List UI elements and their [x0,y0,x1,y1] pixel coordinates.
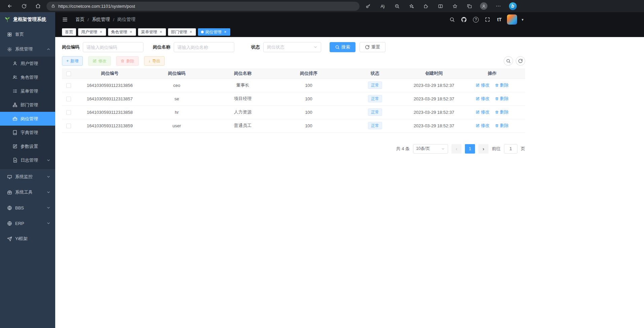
row-delete-link[interactable]: 删除 [495,82,509,88]
github-icon[interactable] [460,15,468,24]
sidebar-item-home[interactable]: 首页 [0,27,55,42]
row-checkbox[interactable] [66,110,71,115]
sidebar-item-roles[interactable]: 角色管理 [0,70,55,84]
lock-icon [51,4,55,8]
profile-avatar-icon[interactable] [478,1,489,11]
delete-button[interactable]: 删除 [116,56,139,66]
collections-icon[interactable] [464,1,475,11]
reset-button[interactable]: 重置 [360,42,385,52]
tab-menu-mgmt[interactable]: 菜单管理 × [138,28,166,36]
sidebar-item-parameters[interactable]: 参数设置 [0,139,55,153]
app-logo[interactable]: 意框架管理系统 [0,12,55,27]
post-name-input[interactable] [174,42,234,52]
download-icon: ↓ [148,59,150,63]
settings-ellipsis-icon[interactable]: ⋯ [493,1,504,11]
breadcrumb-home[interactable]: 首页 [75,17,84,23]
tab-home[interactable]: 首页 [62,28,76,36]
next-page-button[interactable]: › [478,144,488,154]
password-key-icon[interactable] [362,1,374,11]
breadcrumb-separator: / [113,17,114,22]
close-icon[interactable]: × [223,30,227,34]
monitor-icon [7,174,12,179]
zoom-out-icon[interactable] [391,1,403,11]
close-icon[interactable]: × [99,30,103,34]
refresh-icon[interactable] [18,1,30,11]
row-edit-link[interactable]: 修改 [476,82,489,88]
font-size-icon[interactable]: tT [495,15,503,24]
close-icon[interactable]: × [129,30,133,34]
sidebar-item-yi-framework[interactable]: Yi框架 [0,231,55,247]
chevron-down-icon [46,206,50,210]
row-delete-link[interactable]: 删除 [495,96,509,102]
edit-icon [12,144,18,149]
table-row: 1641030593112313856 ceo 董事长 100 正常 2023-… [62,78,525,92]
users-icon [12,75,18,80]
page-number-1[interactable]: 1 [465,144,475,154]
sidebar-item-system-mgmt[interactable]: 系统管理 [0,42,55,57]
row-edit-link[interactable]: 修改 [476,109,489,115]
row-checkbox[interactable] [66,124,71,128]
row-checkbox[interactable] [66,97,71,101]
tab-user-mgmt[interactable]: 用户管理 × [78,28,106,36]
tab-post-mgmt[interactable]: 岗位管理 × [198,28,230,36]
sidebar-item-bbs[interactable]: BBS [0,200,55,216]
edit-button[interactable]: 修改 [88,56,111,66]
breadcrumb: 首页 / 系统管理 / 岗位管理 [75,17,136,23]
add-favorite-icon[interactable] [406,1,417,11]
menu-list-icon [12,89,18,94]
sidebar-item-dictionary[interactable]: 字典管理 [0,126,55,139]
row-checkbox[interactable] [66,83,71,88]
status-select[interactable]: 岗位状态 [263,42,321,52]
refresh-table-icon[interactable] [516,56,525,66]
prev-page-button[interactable]: ‹ [451,144,462,154]
address-bar[interactable]: https://ccnetcore.com:1101/system/post [46,2,360,11]
page-content: 岗位编码 岗位名称 状态 岗位状态 [55,37,644,328]
extensions-icon[interactable] [420,1,432,11]
trash-icon [495,124,499,128]
sidebar-item-logs[interactable]: 日志管理 [0,153,55,167]
close-icon[interactable]: × [159,30,163,34]
avatar-caret-icon[interactable]: ▾ [521,18,523,22]
user-avatar[interactable] [507,14,517,25]
help-icon[interactable]: ? [472,15,480,24]
fullscreen-icon[interactable] [483,15,492,24]
export-button[interactable]: ↓ 导出 [144,56,165,66]
sidebar-item-monitoring[interactable]: 系统监控 [0,169,55,185]
read-aloud-icon[interactable]: A) [377,1,388,11]
add-button[interactable]: + 新增 [62,56,83,66]
sidebar-item-departments[interactable]: 部门管理 [0,98,55,112]
bing-copilot-icon[interactable]: b [507,1,518,11]
header-search-icon[interactable] [448,15,456,24]
document-icon [12,158,18,163]
sidebar-item-menus[interactable]: 菜单管理 [0,84,55,98]
back-icon[interactable] [4,1,15,11]
breadcrumb-system[interactable]: 系统管理 [92,17,110,23]
row-edit-link[interactable]: 修改 [476,96,489,102]
sidebar-item-erp[interactable]: ERP [0,216,55,231]
row-delete-link[interactable]: 删除 [495,109,509,115]
edit-icon [476,83,480,87]
chrome-toolbar-icons: A) ⋯ b [362,1,518,11]
close-icon[interactable]: × [189,30,193,34]
split-screen-icon[interactable] [435,1,446,11]
sidebar-item-tools[interactable]: 系统工具 [0,185,55,200]
post-code-input[interactable] [83,42,143,52]
sidebar-toggle-icon[interactable] [62,17,68,23]
home-icon[interactable] [32,1,44,11]
sidebar-item-users[interactable]: 用户管理 [0,57,55,70]
trash-icon [121,59,125,63]
row-edit-link[interactable]: 修改 [476,123,489,129]
filter-form: 岗位编码 岗位名称 状态 岗位状态 [62,42,525,52]
tab-role-mgmt[interactable]: 角色管理 × [108,28,136,36]
row-delete-link[interactable]: 删除 [495,123,509,129]
favorites-star-icon[interactable] [449,1,461,11]
goto-page-input[interactable] [504,144,517,154]
select-all-checkbox[interactable] [66,71,71,76]
tab-dept-mgmt[interactable]: 部门管理 × [168,28,196,36]
search-button[interactable]: 搜索 [330,42,355,52]
page-size-select[interactable]: 10条/页 [413,144,448,154]
plus-icon: + [66,59,69,63]
total-count: 共 4 条 [396,146,410,152]
sidebar-item-posts[interactable]: 岗位管理 [0,112,55,126]
toggle-search-icon[interactable] [504,56,513,66]
